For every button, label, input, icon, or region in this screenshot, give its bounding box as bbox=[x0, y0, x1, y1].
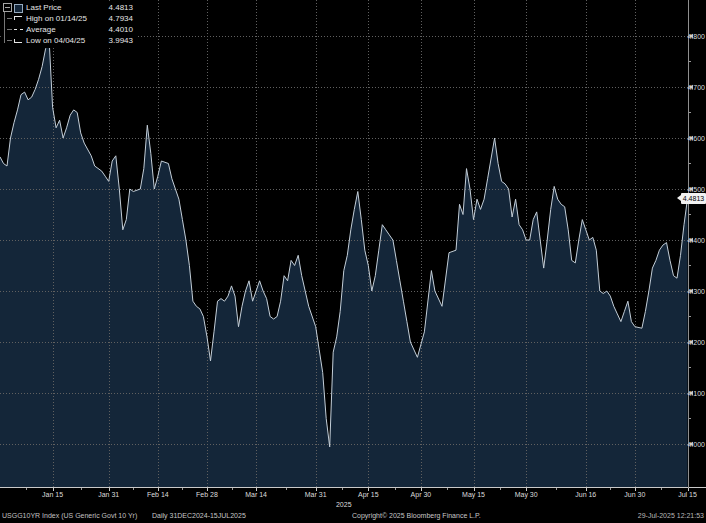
y-tick-label: 4.600 bbox=[687, 135, 705, 142]
legend-row-low[interactable]: Low on 04/04/25 3.9943 bbox=[3, 35, 133, 46]
x-tick-label: Jun 30 bbox=[624, 491, 645, 498]
price-area bbox=[0, 39, 688, 487]
x-tick-label: May 15 bbox=[462, 491, 485, 499]
x-tick-label: Mar 31 bbox=[305, 491, 327, 498]
last-price-tag: 4.4813 bbox=[681, 193, 706, 204]
x-tick-label: Apr 30 bbox=[411, 491, 432, 499]
y-tick-label: 4.700 bbox=[687, 84, 705, 91]
bloomberg-chart-screen: 4.0004.1004.2004.3004.4004.5004.6004.700… bbox=[0, 0, 706, 523]
legend-label-last-price: Last Price bbox=[26, 2, 62, 13]
y-tick-label: 4.000 bbox=[687, 441, 705, 448]
chart-canvas: 4.0004.1004.2004.3004.4004.5004.6004.700… bbox=[0, 0, 706, 523]
high-tick-icon bbox=[14, 14, 23, 23]
y-tick-label: 4.400 bbox=[687, 237, 705, 244]
status-bar: USGG10YR Index (US Generic Govt 10 Yr) D… bbox=[0, 508, 706, 523]
legend-value-high: 4.7934 bbox=[105, 13, 133, 24]
legend-tree-stub bbox=[3, 24, 14, 35]
legend-expand-icon[interactable] bbox=[3, 3, 12, 12]
x-tick-label: Mar 14 bbox=[245, 491, 267, 498]
y-tick-label: 4.500 bbox=[687, 186, 705, 193]
legend-tree-stub bbox=[3, 35, 14, 46]
security-description: USGG10YR Index (US Generic Govt 10 Yr) bbox=[2, 512, 137, 519]
legend-value-last-price: 4.4813 bbox=[105, 2, 133, 13]
x-tick-label: Feb 28 bbox=[196, 491, 218, 498]
y-tick-label: 4.100 bbox=[687, 390, 705, 397]
average-dash-icon bbox=[14, 25, 23, 34]
legend-value-low: 3.9943 bbox=[105, 35, 133, 46]
x-tick-label: Jul 15 bbox=[678, 491, 697, 498]
year-label: 2025 bbox=[336, 501, 352, 508]
period-range-label: Daily 31DEC2024-15JUL2025 bbox=[152, 512, 246, 519]
legend-row-last-price[interactable]: Last Price 4.4813 bbox=[3, 2, 133, 13]
legend-row-high[interactable]: High on 01/14/25 4.7934 bbox=[3, 13, 133, 24]
legend-value-average: 4.4010 bbox=[105, 24, 133, 35]
x-tick-label: Feb 14 bbox=[147, 491, 169, 498]
y-tick-label: 4.300 bbox=[687, 288, 705, 295]
copyright-label: Copyright© 2025 Bloomberg Finance L.P. bbox=[352, 512, 481, 519]
legend-label-high: High on 01/14/25 bbox=[26, 13, 87, 24]
legend-tree-stub bbox=[3, 13, 14, 24]
x-tick-label: Jan 31 bbox=[98, 491, 119, 498]
timestamp-label: 29-Jul-2025 12:21:53 bbox=[638, 512, 704, 519]
x-tick-label: Jan 15 bbox=[42, 491, 63, 498]
x-tick-label: Jun 16 bbox=[575, 491, 596, 498]
legend-row-average[interactable]: Average 4.4010 bbox=[3, 24, 133, 35]
chart-legend: Last Price 4.4813 High on 01/14/25 4.793… bbox=[1, 1, 137, 48]
y-tick-label: 4.800 bbox=[687, 33, 705, 40]
x-tick-label: May 30 bbox=[515, 491, 538, 499]
legend-label-low: Low on 04/04/25 bbox=[26, 35, 85, 46]
low-tick-icon bbox=[14, 36, 23, 45]
legend-label-average: Average bbox=[26, 24, 56, 35]
y-tick-label: 4.200 bbox=[687, 339, 705, 346]
square-icon bbox=[14, 4, 23, 13]
x-tick-label: Apr 15 bbox=[358, 491, 379, 499]
